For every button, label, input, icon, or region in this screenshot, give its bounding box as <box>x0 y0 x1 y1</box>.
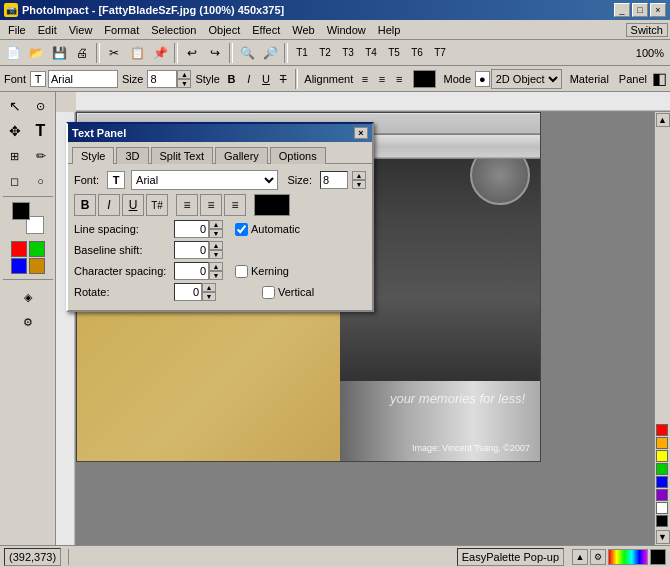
menu-format[interactable]: Format <box>98 22 145 38</box>
eraser-tool[interactable]: ◻ <box>3 169 27 193</box>
baseline-up[interactable]: ▲ <box>209 241 223 250</box>
underline-btn-dialog[interactable]: U <box>122 194 144 216</box>
vertical-checkbox[interactable] <box>262 286 275 299</box>
palette-popup-field[interactable]: EasyPalette Pop-up <box>457 548 564 566</box>
lasso-tool[interactable]: ⊙ <box>29 94 53 118</box>
menu-web[interactable]: Web <box>286 22 320 38</box>
color-swatch-dialog[interactable] <box>254 194 290 216</box>
line-spacing-down[interactable]: ▼ <box>209 229 223 238</box>
baseline-shift-input[interactable] <box>174 241 209 259</box>
align-left-button[interactable]: ≡ <box>357 69 372 89</box>
palette-blue[interactable] <box>656 476 668 488</box>
status-icon2[interactable]: ⚙ <box>590 549 606 565</box>
align-center-button[interactable]: ≡ <box>374 69 389 89</box>
effects-tool[interactable]: ⚙ <box>16 310 40 334</box>
color-bar[interactable] <box>608 549 648 565</box>
menu-effect[interactable]: Effect <box>246 22 286 38</box>
paste-button[interactable]: 📌 <box>149 42 171 64</box>
tab-3d[interactable]: 3D <box>116 147 148 164</box>
kerning-checkbox[interactable] <box>235 265 248 278</box>
tool5[interactable]: T5 <box>383 42 405 64</box>
color-red[interactable] <box>11 241 27 257</box>
undo-button[interactable]: ↩ <box>181 42 203 64</box>
cut-button[interactable]: ✂ <box>103 42 125 64</box>
scroll-up-btn[interactable]: ▲ <box>656 113 670 127</box>
palette-black[interactable] <box>656 515 668 527</box>
bold-btn-dialog[interactable]: B <box>74 194 96 216</box>
gradient-tool[interactable]: ◈ <box>16 285 40 309</box>
text-tool[interactable]: T <box>29 119 53 143</box>
bold-button[interactable]: B <box>224 69 239 89</box>
palette-purple[interactable] <box>656 489 668 501</box>
italic-button[interactable]: I <box>241 69 256 89</box>
menu-window[interactable]: Window <box>321 22 372 38</box>
select-tool[interactable]: ↖ <box>3 94 27 118</box>
maximize-button[interactable]: □ <box>632 3 648 17</box>
new-button[interactable]: 📄 <box>2 42 24 64</box>
move-tool[interactable]: ✥ <box>3 119 27 143</box>
align-left-btn-dialog[interactable]: ≡ <box>176 194 198 216</box>
tab-split-text[interactable]: Split Text <box>151 147 213 164</box>
char-spacing-down[interactable]: ▼ <box>209 271 223 280</box>
size-input-dialog[interactable] <box>320 171 348 189</box>
open-button[interactable]: 📂 <box>25 42 47 64</box>
rotate-down[interactable]: ▼ <box>202 292 216 301</box>
line-spacing-input[interactable] <box>174 220 209 238</box>
status-icon1[interactable]: ▲ <box>572 549 588 565</box>
palette-green[interactable] <box>656 463 668 475</box>
rotate-up[interactable]: ▲ <box>202 283 216 292</box>
tool3[interactable]: T3 <box>337 42 359 64</box>
scroll-down-btn[interactable]: ▼ <box>656 530 670 544</box>
panel-button[interactable]: ◧ <box>651 69 668 89</box>
palette-yellow[interactable] <box>656 450 668 462</box>
shape-tool[interactable]: ○ <box>29 169 53 193</box>
zoom-out-button[interactable]: 🔎 <box>259 42 281 64</box>
paint-tool[interactable]: ✏ <box>29 144 53 168</box>
font-input[interactable] <box>48 70 118 88</box>
menu-view[interactable]: View <box>63 22 99 38</box>
switch-button[interactable]: Switch <box>626 23 668 37</box>
color-swatch[interactable] <box>413 70 436 88</box>
menu-selection[interactable]: Selection <box>145 22 202 38</box>
minimize-button[interactable]: _ <box>614 3 630 17</box>
close-button[interactable]: × <box>650 3 666 17</box>
menu-file[interactable]: File <box>2 22 32 38</box>
tool7[interactable]: T7 <box>429 42 451 64</box>
black-swatch-status[interactable] <box>650 549 666 565</box>
menu-help[interactable]: Help <box>372 22 407 38</box>
redo-button[interactable]: ↪ <box>204 42 226 64</box>
font-select[interactable]: Arial <box>131 170 277 190</box>
dialog-close-button[interactable]: × <box>354 127 368 139</box>
save-button[interactable]: 💾 <box>48 42 70 64</box>
zoom-in-button[interactable]: 🔍 <box>236 42 258 64</box>
color-blue[interactable] <box>11 258 27 274</box>
tool1[interactable]: T1 <box>291 42 313 64</box>
palette-red[interactable] <box>656 424 668 436</box>
char-spacing-input[interactable] <box>174 262 209 280</box>
menu-edit[interactable]: Edit <box>32 22 63 38</box>
align-right-btn-dialog[interactable]: ≡ <box>224 194 246 216</box>
tab-options[interactable]: Options <box>270 147 326 164</box>
size-down-dialog[interactable]: ▼ <box>352 180 366 189</box>
tab-style[interactable]: Style <box>72 147 114 164</box>
tool2[interactable]: T2 <box>314 42 336 64</box>
print-button[interactable]: 🖨 <box>71 42 93 64</box>
size-input[interactable] <box>147 70 177 88</box>
palette-orange[interactable] <box>656 437 668 449</box>
text-style-btn[interactable]: T# <box>146 194 168 216</box>
tab-gallery[interactable]: Gallery <box>215 147 268 164</box>
align-center-btn-dialog[interactable]: ≡ <box>200 194 222 216</box>
tool4[interactable]: T4 <box>360 42 382 64</box>
size-up[interactable]: ▲ <box>177 70 191 79</box>
fg-color[interactable] <box>12 202 30 220</box>
color-green[interactable] <box>29 241 45 257</box>
strikethrough-button[interactable]: T <box>276 69 291 89</box>
baseline-down[interactable]: ▼ <box>209 250 223 259</box>
char-spacing-up[interactable]: ▲ <box>209 262 223 271</box>
underline-button[interactable]: U <box>258 69 273 89</box>
size-up-dialog[interactable]: ▲ <box>352 171 366 180</box>
rotate-input[interactable] <box>174 283 202 301</box>
tool6[interactable]: T6 <box>406 42 428 64</box>
size-down[interactable]: ▼ <box>177 79 191 88</box>
menu-object[interactable]: Object <box>202 22 246 38</box>
